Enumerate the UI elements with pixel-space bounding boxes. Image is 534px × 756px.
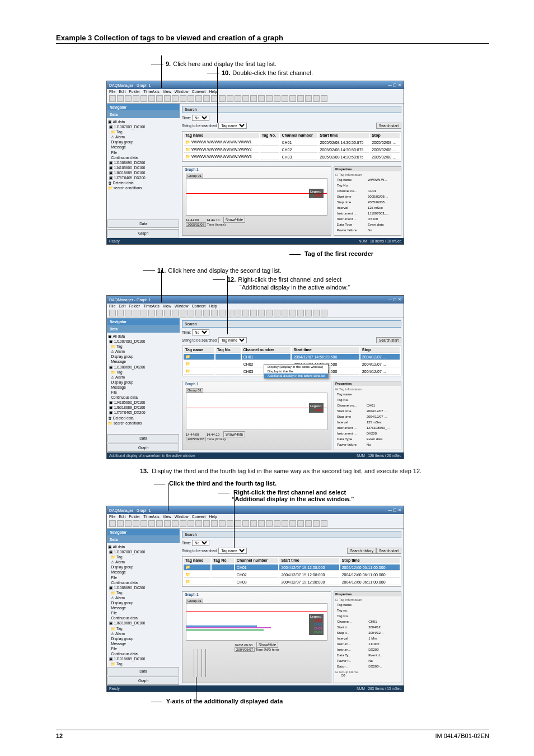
table-row: 📁 WWWW.WWWW.WWWW.WWW3CH032005/02/08 14:3… [184,154,400,160]
yaxis-label: Y-axis of the additionally displayed dat… [151,698,489,704]
screenshot-2: DAQManager - Graph 1— ▢ ✕ FileEditFolder… [106,295,404,459]
table-row: 📁CH032004/12/07 19:12:08:0002004/12/60 0… [184,579,400,585]
search-start-button[interactable]: Search start [376,123,401,129]
nav-graph-button[interactable]: Graph [107,229,179,237]
click-34-callout: Click the third and the fourth tag list. [154,480,489,487]
page-footer: 12 IM 04L47B01-02EN [56,730,489,739]
menu-bar[interactable]: FileEditFolderTimeAxisViewWindowConvertH… [107,89,404,94]
example-title: Example 3 Collection of tags to be viewe… [56,34,489,44]
graph-window[interactable]: Graph 1 Group 01 Legend CH01 14:44:00 [182,166,331,236]
table-row: 📁CH022004/12/07 19:12:08:0002004/12/60 0… [184,572,400,578]
search-area: Search Time: No String to be searched: T… [180,104,404,131]
navigator-panel: Navigator Data ▣ All data ▣ 1J1007003_DX… [107,104,180,238]
status-bar: Ready NUM 18 Items / 18 mSec [107,238,404,244]
nav-tree[interactable]: ▣ All data ▣ 1J1007003_DX100 📁 Tag ⚠ Ala… [107,118,180,219]
context-menu[interactable]: Display (Display in the same window) Dis… [264,364,329,379]
show-hide-button[interactable]: Show/Hide [223,217,245,223]
rightclick-callout: Right-click the first channel and select [218,489,489,496]
properties-panel: Properties ⊟ Tag information Tag nameWWW… [334,166,401,236]
screenshot-1: DAQManager - Graph 1— ▢ ✕ FileEditFolder… [106,81,404,245]
window-titlebar[interactable]: DAQManager - Graph 1— ▢ ✕ [107,81,404,89]
screenshot-3: DAQManager - Graph 1— ▢ ✕ FileEditFolder… [106,506,404,692]
callout-10: 10. Double-click the first channel. [207,69,489,76]
table-row: 📁 WWWW.WWWW.WWWW.WWW1CH012005/02/08 14:3… [184,139,400,146]
tag-first-recorder-label: Tag of the first recorder [174,250,489,257]
step-13-text: 13. Display the third and the fourth tag… [140,468,489,474]
tag-list-table[interactable]: Tag nameTag No.Channel numberStart timeS… [182,131,401,162]
nav-data-button[interactable]: Data [107,220,179,228]
callout-11: 11. Click here and display the second ta… [143,267,489,274]
table-row: 📁CH012004/12/07 14:56:23:5002004/12/07 .… [184,354,400,360]
table-row: 📁 WWWW.WWWW.WWWW.WWW2CH022005/02/08 14:3… [184,147,400,153]
callout-9: 9. Click here and display the first tag … [151,60,489,67]
search-string-select[interactable]: Tag name [218,123,247,129]
time-select[interactable]: No [192,115,209,121]
data-header[interactable]: Data [107,111,180,118]
toolbar[interactable] [107,94,404,104]
table-row: 📁CH012004/12/07 19:12:08:0002004/12/60 0… [184,564,400,571]
callout-12: 12. Right-click the first channel and se… [213,276,489,283]
y-axis-additional [194,649,208,677]
graph-legend: Legend CH01 [309,189,324,198]
graph-plot-multi: Legend CH01 CH01 CH01 CH01 [186,603,327,641]
